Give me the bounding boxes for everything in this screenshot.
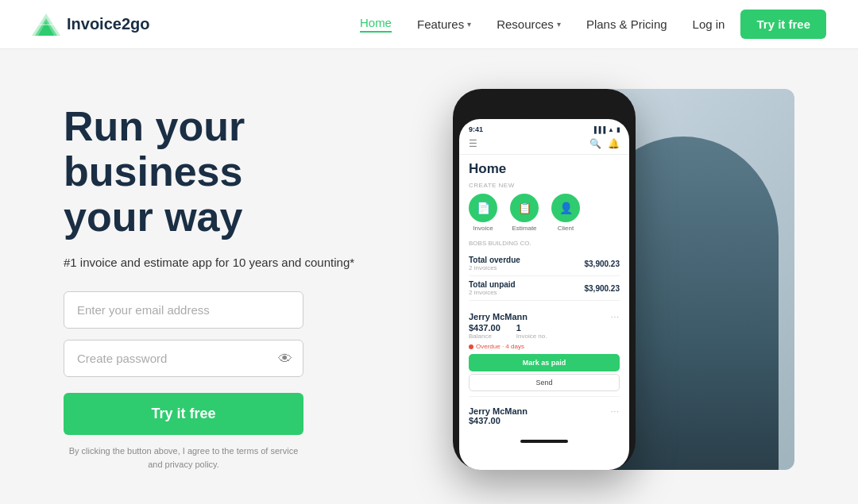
- logo-text: Invoice2go: [67, 15, 149, 33]
- invoice-circle-icon: 📄: [469, 194, 497, 222]
- phone-status-bar: 9:41 ▐▐▐ ▲ ▮: [459, 124, 629, 135]
- nav-links: Home Features ▾ Resources ▾ Plans & Pric…: [360, 16, 667, 33]
- search-icon[interactable]: 🔍: [589, 138, 601, 149]
- menu-icon[interactable]: ☰: [469, 138, 477, 149]
- client-balance: $437.00: [469, 323, 500, 333]
- resources-chevron-icon: ▾: [557, 20, 561, 29]
- logo-icon: [32, 13, 60, 36]
- client-card: Jerry McMann ··· $437.00 Balance 1 Invoi…: [469, 307, 620, 397]
- create-estimate[interactable]: 📋 Estimate: [510, 194, 539, 232]
- mark-paid-button[interactable]: Mark as paid: [469, 354, 620, 371]
- unpaid-label: Total unpaid: [469, 280, 516, 289]
- email-form-group: [64, 291, 405, 329]
- email-input[interactable]: [64, 291, 303, 329]
- terms-text: By clicking the button above, I agree to…: [64, 444, 303, 471]
- hero-left: Run your business your way #1 invoice an…: [64, 104, 405, 471]
- client-label: Client: [558, 225, 574, 232]
- try-free-button[interactable]: Try it free: [64, 393, 303, 435]
- overdue-value: $3,900.23: [585, 260, 620, 268]
- unpaid-sub: 2 invoices: [469, 289, 516, 296]
- client-stats: $437.00 Balance 1 Invoice no.: [469, 323, 620, 340]
- phone-home-title: Home: [469, 161, 620, 177]
- invoice-label: Invoice: [473, 225, 493, 232]
- client-circle-icon: 👤: [551, 194, 580, 222]
- client-options-icon[interactable]: ···: [611, 313, 620, 321]
- phone-topbar: ☰ 🔍 🔔: [459, 135, 629, 155]
- client-balance-label: Balance: [469, 333, 500, 340]
- overdue-dot-icon: [469, 344, 473, 349]
- navbar: Invoice2go Home Features ▾ Resources ▾ P…: [0, 0, 858, 49]
- client-name-2: Jerry McMann: [469, 406, 528, 416]
- create-icons-row: 📄 Invoice 📋 Estimate 👤 Client: [469, 194, 620, 232]
- client-card-2: Jerry McMann ··· $437.00: [469, 402, 620, 430]
- client-name: Jerry McMann: [469, 312, 528, 321]
- battery-icon: ▮: [616, 126, 620, 133]
- phone-time: 9:41: [469, 125, 483, 133]
- nav-features[interactable]: Features ▾: [417, 17, 471, 31]
- topbar-action-icons: 🔍 🔔: [589, 138, 620, 149]
- nav-resources[interactable]: Resources ▾: [497, 17, 561, 31]
- client-invoices-label: Invoice no.: [516, 333, 547, 340]
- unpaid-stat-row: Total unpaid 2 invoices $3,900.23: [469, 276, 620, 301]
- create-client[interactable]: 👤 Client: [551, 194, 580, 232]
- estimate-circle-icon: 📋: [510, 194, 539, 222]
- phone-notch: [512, 98, 576, 116]
- password-wrapper: 👁: [64, 340, 303, 377]
- wifi-icon: ▲: [608, 126, 614, 133]
- phone-content: Home CREATE NEW 📄 Invoice 📋 Estimate 👤: [459, 155, 629, 437]
- nav-plans[interactable]: Plans & Pricing: [586, 17, 667, 31]
- hero-section: Run your business your way #1 invoice an…: [0, 49, 858, 504]
- estimate-label: Estimate: [512, 225, 536, 232]
- unpaid-value: $3,900.23: [585, 284, 620, 293]
- overdue-stat-row: Total overdue 2 invoices $3,900.23: [469, 252, 620, 276]
- bell-icon[interactable]: 🔔: [608, 138, 620, 149]
- overdue-sub: 2 invoices: [469, 264, 520, 271]
- phone-status-icons: ▐▐▐ ▲ ▮: [592, 125, 620, 133]
- send-button[interactable]: Send: [469, 374, 620, 391]
- client2-options-icon[interactable]: ···: [611, 407, 620, 416]
- signal-icon: ▐▐▐: [592, 126, 605, 133]
- phone-screen: 9:41 ▐▐▐ ▲ ▮ ☰ 🔍 🔔: [459, 119, 629, 470]
- features-chevron-icon: ▾: [467, 20, 471, 29]
- eye-toggle-icon[interactable]: 👁: [278, 350, 292, 367]
- overdue-status: Overdue · 4 days: [469, 343, 620, 350]
- logo[interactable]: Invoice2go: [32, 13, 149, 36]
- hero-right: 9:41 ▐▐▐ ▲ ▮ ☰ 🔍 🔔: [405, 81, 794, 494]
- password-form-group: 👁: [64, 340, 405, 377]
- nav-home[interactable]: Home: [360, 16, 392, 33]
- phone-home-indicator: [520, 440, 568, 443]
- overdue-label: Total overdue: [469, 256, 520, 264]
- password-input[interactable]: [64, 340, 303, 377]
- nav-try-button[interactable]: Try it free: [740, 10, 826, 39]
- client2-balance: $437.00: [469, 416, 620, 425]
- phone-mockup: 9:41 ▐▐▐ ▲ ▮ ☰ 🔍 🔔: [453, 89, 636, 470]
- hero-subtext: #1 invoice and estimate app for 10 years…: [64, 256, 405, 269]
- client-invoices: 1: [516, 323, 547, 333]
- company-name: BOBS BUILDING CO.: [469, 240, 620, 247]
- hero-headline: Run your business your way: [64, 104, 405, 240]
- create-new-label: CREATE NEW: [469, 182, 620, 189]
- nav-login-link[interactable]: Log in: [693, 17, 725, 31]
- create-invoice[interactable]: 📄 Invoice: [469, 194, 497, 232]
